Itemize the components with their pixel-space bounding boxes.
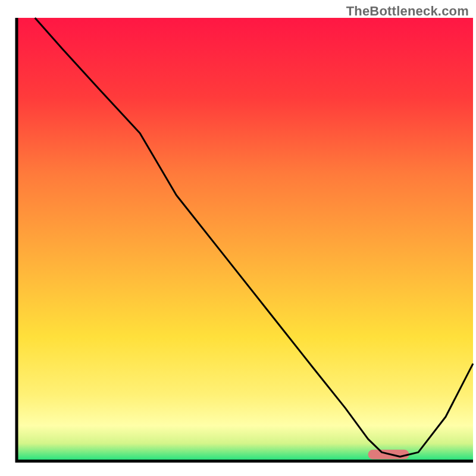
gradient-background: [17, 18, 473, 461]
bottleneck-chart: [0, 0, 476, 476]
chart-container: TheBottleneck.com: [0, 0, 476, 476]
